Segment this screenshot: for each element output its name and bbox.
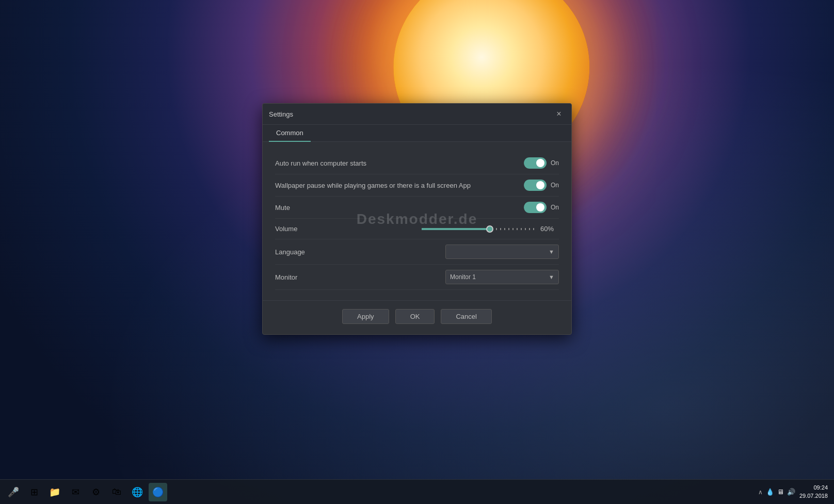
volume-value: 60% [540, 225, 559, 233]
taskbar: 🎤 ⊞ 📁 ✉ ⚙ 🛍 🌐 🔵 ∧ 💧 🖥 🔊 09:24 29.07.2018 [0, 479, 834, 504]
dialog-content: Auto run when computer starts On Wallpap… [263, 142, 571, 300]
volume-slider[interactable] [422, 228, 535, 230]
taskbar-date-display: 29.07.2018 [799, 492, 828, 500]
taskbar-sys-icons: ∧ 💧 🖥 🔊 [758, 488, 795, 496]
mail-icon[interactable]: ✉ [66, 483, 85, 501]
wallpaper-pause-label: Wallpaper pause while playing games or t… [275, 182, 471, 189]
network-icon[interactable]: 🖥 [777, 488, 784, 496]
tab-common[interactable]: Common [269, 125, 311, 142]
taskbar-clock[interactable]: 09:24 29.07.2018 [799, 484, 828, 500]
dialog-overlay: Settings × Common Auto run when computer… [0, 0, 834, 479]
taskbar-left: 🎤 ⊞ 📁 ✉ ⚙ 🛍 🌐 🔵 [0, 483, 752, 501]
volume-slider-thumb[interactable] [486, 225, 493, 233]
monitor-selected: Monitor 1 [450, 273, 476, 281]
wallpaper-pause-thumb [536, 181, 544, 189]
microphone-icon[interactable]: 🎤 [4, 483, 23, 501]
mute-toggle[interactable] [524, 202, 547, 213]
volume-slider-container: 60% [422, 225, 559, 233]
volume-label: Volume [275, 225, 297, 233]
mute-row: Mute On [275, 197, 559, 219]
monitor-dropdown[interactable]: Monitor 1 ▼ [445, 270, 559, 284]
auto-run-track [524, 157, 547, 169]
taskbar-right: ∧ 💧 🖥 🔊 09:24 29.07.2018 [752, 484, 834, 500]
settings-icon[interactable]: ⚙ [87, 483, 105, 501]
dialog-tabs: Common [263, 125, 571, 142]
auto-run-label: Auto run when computer starts [275, 159, 366, 167]
desktop: Settings × Common Auto run when computer… [0, 0, 834, 504]
close-button[interactable]: × [553, 108, 565, 120]
language-label: Language [275, 248, 305, 256]
mute-thumb [536, 203, 544, 212]
dialog-titlebar: Settings × [263, 104, 571, 125]
edge-icon[interactable]: 🌐 [128, 483, 147, 501]
mute-control: On [524, 202, 559, 213]
auto-run-row: Auto run when computer starts On [275, 152, 559, 174]
auto-run-state: On [551, 159, 559, 167]
store-icon[interactable]: 🛍 [107, 483, 126, 501]
cancel-button[interactable]: Cancel [441, 309, 491, 324]
language-row: Language ▼ [275, 239, 559, 265]
taskbar-time-display: 09:24 [799, 484, 828, 492]
monitor-row: Monitor Monitor 1 ▼ [275, 265, 559, 290]
mute-track [524, 202, 547, 213]
chevron-down-icon: ▼ [549, 249, 554, 255]
droplet-icon[interactable]: 💧 [766, 488, 774, 496]
wallpaper-pause-control: On [524, 180, 559, 191]
wallpaper-app-icon[interactable]: 🔵 [149, 483, 167, 501]
file-explorer-icon[interactable]: 📁 [45, 483, 64, 501]
monitor-label: Monitor [275, 273, 297, 281]
chevron-up-icon[interactable]: ∧ [758, 489, 763, 496]
mute-label: Mute [275, 204, 290, 212]
dialog-footer: Apply OK Cancel [263, 300, 571, 334]
wallpaper-pause-track [524, 180, 547, 191]
mute-state: On [551, 204, 559, 211]
wallpaper-pause-row: Wallpaper pause while playing games or t… [275, 174, 559, 197]
volume-slider-fill [422, 228, 490, 230]
auto-run-control: On [524, 157, 559, 169]
ok-button[interactable]: OK [395, 309, 435, 324]
volume-row: Volume 60% [275, 219, 559, 239]
wallpaper-pause-state: On [551, 182, 559, 189]
settings-dialog: Settings × Common Auto run when computer… [262, 103, 572, 335]
apply-button[interactable]: Apply [342, 309, 389, 324]
task-view-icon[interactable]: ⊞ [25, 483, 43, 501]
wallpaper-pause-toggle[interactable] [524, 180, 547, 191]
volume-icon[interactable]: 🔊 [787, 488, 795, 496]
dialog-title: Settings [269, 110, 293, 118]
auto-run-thumb [536, 159, 544, 167]
chevron-down-icon: ▼ [549, 274, 554, 280]
auto-run-toggle[interactable] [524, 157, 547, 169]
language-dropdown[interactable]: ▼ [445, 245, 559, 259]
